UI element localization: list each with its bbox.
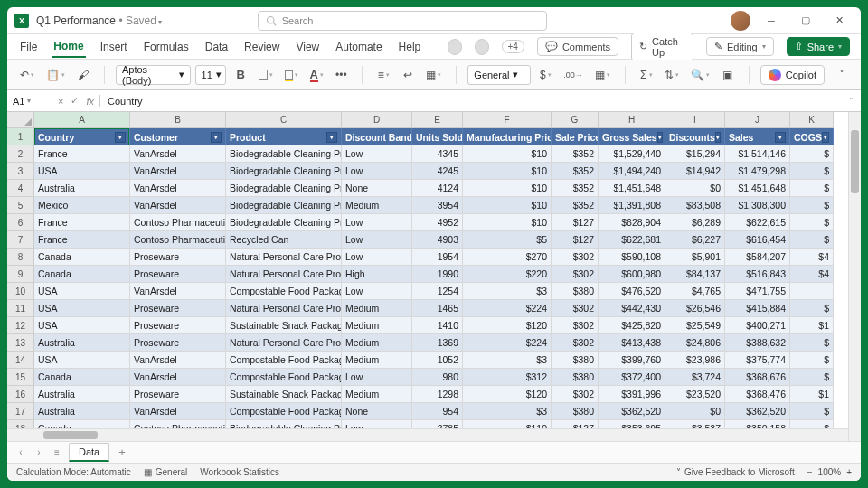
col-header-E[interactable]: E xyxy=(412,112,463,128)
cell[interactable]: 980 xyxy=(412,369,463,386)
cell[interactable]: $127 xyxy=(552,420,599,428)
zoom-level[interactable]: 100% xyxy=(818,467,842,477)
cell[interactable]: $10 xyxy=(463,214,552,231)
cell[interactable]: $6,289 xyxy=(665,214,725,231)
cell[interactable]: None xyxy=(342,403,412,420)
cell[interactable]: $352 xyxy=(552,145,599,163)
cell[interactable]: USA xyxy=(34,317,130,334)
cell[interactable]: Gross Sales▾ xyxy=(599,128,665,145)
cell[interactable]: $415,884 xyxy=(725,300,790,317)
cell[interactable]: $350,158 xyxy=(725,420,790,428)
enter-formula-icon[interactable]: ✓ xyxy=(71,95,79,107)
cell[interactable]: $413,438 xyxy=(599,334,665,352)
cell[interactable]: Proseware xyxy=(130,249,226,266)
row-header[interactable]: 7 xyxy=(7,231,34,249)
cell[interactable]: Canada xyxy=(34,266,130,283)
filter-button[interactable]: ▾ xyxy=(211,132,222,143)
cell[interactable]: $ xyxy=(790,197,834,214)
horizontal-scrollbar[interactable] xyxy=(34,429,848,441)
cell[interactable]: $4 xyxy=(790,266,834,283)
cell[interactable]: $10 xyxy=(463,163,552,180)
cell[interactable]: Recycled Can xyxy=(226,231,342,249)
cell[interactable]: $375,774 xyxy=(725,352,790,369)
cell[interactable]: $1,529,440 xyxy=(599,145,665,163)
cell[interactable]: $600,980 xyxy=(599,266,665,283)
cell[interactable]: $425,820 xyxy=(599,317,665,334)
font-family-select[interactable]: Aptos (Body)▾ xyxy=(116,65,191,85)
cell[interactable]: 1465 xyxy=(412,300,463,317)
cell[interactable]: Proseware xyxy=(130,386,226,403)
presence-avatar-1[interactable] xyxy=(448,39,462,55)
cell[interactable]: $84,137 xyxy=(665,266,725,283)
cell[interactable]: Compostable Food Packaging xyxy=(226,283,342,300)
col-header-K[interactable]: K xyxy=(790,112,834,128)
cell[interactable]: 954 xyxy=(412,403,463,420)
add-sheet-button[interactable]: + xyxy=(115,446,129,459)
cell[interactable]: $628,904 xyxy=(599,214,665,231)
menu-home[interactable]: Home xyxy=(52,36,85,58)
cell[interactable]: Natural Personal Care Products xyxy=(226,300,342,317)
cell[interactable]: Discounts▾ xyxy=(665,128,725,145)
filter-button[interactable]: ▾ xyxy=(657,132,663,143)
cell[interactable]: VanArsdel xyxy=(130,180,226,197)
cell[interactable]: $ xyxy=(790,300,834,317)
col-header-D[interactable]: D xyxy=(342,112,412,128)
cell[interactable]: Low xyxy=(342,163,412,180)
more-font-button[interactable]: ••• xyxy=(331,64,351,86)
cell[interactable]: $1 xyxy=(790,317,834,334)
cell[interactable]: $15,294 xyxy=(665,145,725,163)
tab-nav-next[interactable]: › xyxy=(33,446,45,459)
cell[interactable]: $6,227 xyxy=(665,231,725,249)
find-button[interactable]: 🔍▾ xyxy=(687,64,713,86)
cell[interactable]: $4,765 xyxy=(665,283,725,300)
cell[interactable]: $1,494,240 xyxy=(599,163,665,180)
cell[interactable]: Biodegradable Cleaning Products xyxy=(226,197,342,214)
cell[interactable]: 4952 xyxy=(412,214,463,231)
name-box[interactable]: A1▾ xyxy=(7,96,52,107)
number-format-select[interactable]: General▾ xyxy=(467,65,531,85)
paste-button[interactable]: 📋▾ xyxy=(42,64,69,86)
maximize-button[interactable]: ▢ xyxy=(792,9,819,33)
col-header-C[interactable]: C xyxy=(226,112,342,128)
cell[interactable]: Medium xyxy=(342,334,412,352)
font-color-button[interactable]: A▾ xyxy=(307,64,326,86)
row-header[interactable]: 12 xyxy=(7,317,34,334)
cell[interactable]: USA xyxy=(34,163,130,180)
cell[interactable]: Medium xyxy=(342,300,412,317)
cell[interactable]: $3 xyxy=(463,403,552,420)
row-header[interactable]: 6 xyxy=(7,214,34,231)
cell[interactable]: 3954 xyxy=(412,197,463,214)
cell[interactable]: $3,537 xyxy=(665,420,725,428)
cell[interactable]: $10 xyxy=(463,197,552,214)
cell[interactable]: $ xyxy=(790,403,834,420)
cell[interactable]: Medium xyxy=(342,386,412,403)
menu-review[interactable]: Review xyxy=(242,37,281,57)
cell[interactable]: $476,520 xyxy=(599,283,665,300)
cell[interactable]: Low xyxy=(342,249,412,266)
align-button[interactable]: ≡▾ xyxy=(373,64,393,86)
cell[interactable]: Biodegradable Cleaning Products xyxy=(226,180,342,197)
row-header[interactable]: 1 xyxy=(7,128,34,145)
menu-formulas[interactable]: Formulas xyxy=(142,37,191,57)
cell[interactable]: Australia xyxy=(34,386,130,403)
cell[interactable]: $380 xyxy=(552,403,599,420)
title-dropdown-icon[interactable]: ▾ xyxy=(158,18,162,26)
zoom-in-button[interactable]: + xyxy=(846,467,852,477)
row-header[interactable]: 8 xyxy=(7,249,34,266)
cell[interactable]: VanArsdel xyxy=(130,145,226,163)
cell[interactable]: Canada xyxy=(34,420,130,428)
cell[interactable]: VanArsdel xyxy=(130,283,226,300)
cell[interactable]: $590,108 xyxy=(599,249,665,266)
editing-button[interactable]: ✎Editing▾ xyxy=(706,37,774,56)
presence-overflow[interactable]: +4 xyxy=(502,40,524,53)
cell[interactable]: $3 xyxy=(463,283,552,300)
cell[interactable]: Canada xyxy=(34,369,130,386)
row-header[interactable]: 14 xyxy=(7,352,34,369)
cell[interactable]: $120 xyxy=(463,317,552,334)
cell[interactable]: France xyxy=(34,231,130,249)
cell[interactable]: Mexico xyxy=(34,197,130,214)
cell[interactable]: France xyxy=(34,214,130,231)
cell[interactable]: $1,514,146 xyxy=(725,145,790,163)
cell[interactable]: $380 xyxy=(552,369,599,386)
menu-view[interactable]: View xyxy=(294,37,321,57)
